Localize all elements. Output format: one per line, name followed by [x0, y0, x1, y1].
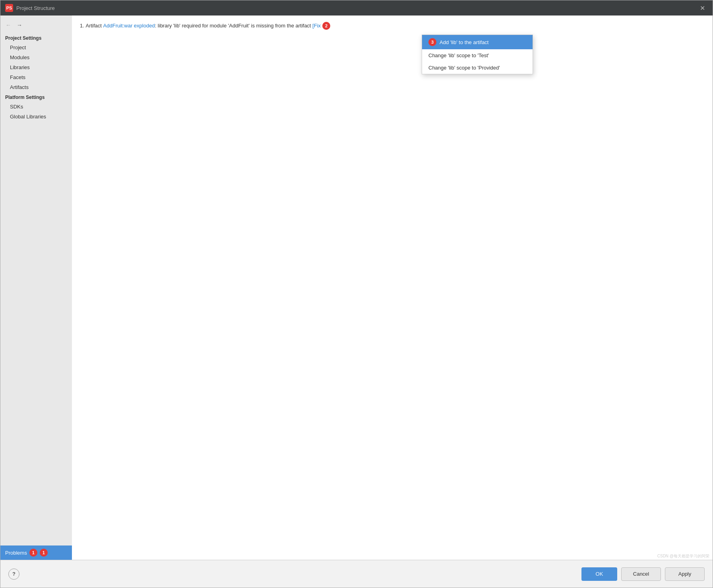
platform-settings-header: Platform Settings	[0, 92, 72, 102]
sidebar-item-project[interactable]: Project	[0, 43, 72, 52]
nav-toolbar: ← →	[0, 19, 72, 31]
project-settings-header: Project Settings	[0, 33, 72, 43]
problems-label: Problems	[5, 550, 27, 556]
window-title: Project Structure	[16, 5, 697, 11]
ok-button[interactable]: OK	[581, 567, 617, 581]
problem-prefix: Artifact	[85, 22, 101, 30]
cancel-button[interactable]: Cancel	[621, 567, 661, 581]
bottom-right: OK Cancel Apply	[581, 567, 705, 581]
artifact-link[interactable]: AddFruit:war exploded	[103, 22, 155, 30]
dropdown-item-1[interactable]: 3 Add 'lib' to the artifact	[422, 35, 533, 49]
dropdown-item-1-label: Add 'lib' to the artifact	[440, 39, 488, 45]
dropdown-item-2-label: Change 'lib' scope to 'Test'	[428, 52, 489, 58]
fix-badge: 2	[322, 22, 330, 30]
apply-button[interactable]: Apply	[665, 567, 705, 581]
problem-message: : library 'lib' required for module 'Add…	[155, 22, 311, 30]
back-button[interactable]: ←	[4, 20, 13, 30]
watermark: CSDN @每天都是学习的阿荣	[657, 553, 709, 559]
bottom-left: ?	[8, 569, 19, 580]
problems-content: 1. Artifact AddFruit:war exploded: libra…	[72, 15, 713, 560]
problems-tab[interactable]: Problems 1 1	[0, 545, 72, 560]
sidebar-item-facets[interactable]: Facets	[0, 72, 72, 82]
project-structure-window: PS Project Structure ✕ ← → Project Setti…	[0, 0, 713, 588]
bottom-bar: ? OK Cancel Apply	[0, 560, 713, 588]
problem-number: 1.	[80, 22, 84, 30]
fix-dropdown: 3 Add 'lib' to the artifact Change 'lib'…	[422, 35, 533, 74]
dropdown-item-3[interactable]: Change 'lib' scope to 'Provided'	[422, 62, 533, 74]
sidebar: ← → Project Settings Project Modules Lib…	[0, 15, 72, 560]
right-panel: 1. Artifact AddFruit:war exploded: libra…	[72, 15, 713, 560]
help-button[interactable]: ?	[8, 569, 19, 580]
dropdown-item-3-label: Change 'lib' scope to 'Provided'	[428, 65, 500, 71]
title-bar: PS Project Structure ✕	[0, 0, 713, 15]
forward-button[interactable]: →	[15, 20, 24, 30]
close-button[interactable]: ✕	[697, 2, 708, 14]
fix-link[interactable]: [Fix	[312, 22, 321, 30]
sidebar-item-sdks[interactable]: SDKs	[0, 102, 72, 112]
sidebar-item-libraries[interactable]: Libraries	[0, 62, 72, 72]
problem-line-1: 1. Artifact AddFruit:war exploded: libra…	[80, 22, 705, 30]
dropdown-step-badge: 3	[428, 38, 436, 46]
main-content: ← → Project Settings Project Modules Lib…	[0, 15, 713, 560]
sidebar-item-global-libraries[interactable]: Global Libraries	[0, 112, 72, 122]
dropdown-item-2[interactable]: Change 'lib' scope to 'Test'	[422, 49, 533, 62]
app-icon: PS	[5, 4, 13, 12]
problems-count-badge2: 1	[40, 549, 48, 557]
problems-count-badge: 1	[29, 549, 37, 557]
sidebar-item-modules[interactable]: Modules	[0, 52, 72, 62]
sidebar-item-artifacts[interactable]: Artifacts	[0, 82, 72, 92]
